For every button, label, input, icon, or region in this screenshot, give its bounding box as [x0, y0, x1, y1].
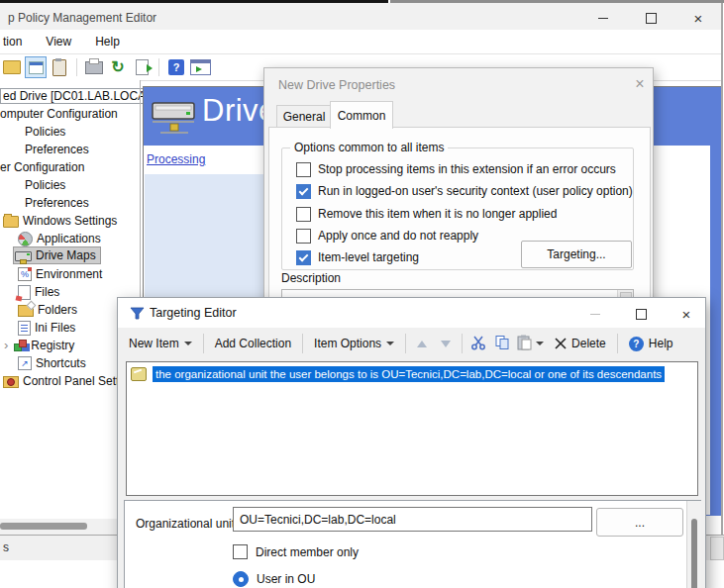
- selected-tree-item: Drive Maps: [13, 246, 101, 264]
- menu-bar: tion View Help: [0, 30, 721, 54]
- checkbox-label: Direct member only: [256, 545, 359, 559]
- tree-item-policies-user[interactable]: Policies: [25, 176, 65, 194]
- move-down-icon[interactable]: [441, 341, 451, 347]
- tree-item-label: Shortcuts: [36, 356, 86, 370]
- help-icon: ?: [629, 337, 644, 351]
- maximize-icon[interactable]: [627, 304, 655, 324]
- tree-item-shortcuts[interactable]: ↗ Shortcuts: [18, 354, 86, 372]
- paste-icon[interactable]: [516, 335, 534, 353]
- minimize-icon[interactable]: [581, 304, 609, 324]
- printer-icon[interactable]: [83, 56, 105, 78]
- tree-item-policies[interactable]: Policies: [25, 123, 65, 141]
- window-title: p Policy Management Editor: [8, 11, 156, 25]
- paste-dropdown-icon[interactable]: [536, 342, 544, 345]
- help-button[interactable]: ? Help: [622, 334, 680, 354]
- drive-maps-icon: [15, 251, 32, 261]
- gpme-titlebar: p Policy Management Editor ×: [0, 3, 721, 30]
- item-options-button[interactable]: Item Options: [307, 334, 401, 353]
- tree-item-preferences-user[interactable]: Preferences: [25, 194, 89, 212]
- filter-funnel-icon: [130, 306, 145, 325]
- menu-action[interactable]: tion: [0, 35, 34, 49]
- tree-item-applications[interactable]: Applications: [18, 230, 101, 247]
- menu-view[interactable]: View: [34, 35, 83, 49]
- ini-files-icon: [18, 321, 31, 336]
- chevron-right-icon[interactable]: ›: [4, 340, 8, 351]
- targeting-item-row[interactable]: the organizational unit the user belongs…: [131, 365, 665, 382]
- folder-icon: [3, 216, 19, 228]
- tab-general[interactable]: General: [276, 105, 332, 128]
- close-icon[interactable]: ×: [672, 304, 700, 324]
- new-item-button[interactable]: New Item: [122, 334, 199, 353]
- checkbox[interactable]: [296, 184, 311, 199]
- panel-vertical-scrollbar[interactable]: [686, 501, 701, 588]
- checkbox-row-item-level-targeting[interactable]: Item-level targeting: [296, 250, 419, 264]
- console-window-icon[interactable]: [25, 56, 47, 78]
- minimize-icon[interactable]: [590, 8, 616, 28]
- tree-item-root-gpo[interactable]: ed Drive [DC01.LAB.LOCA: [0, 87, 149, 105]
- import-icon[interactable]: [1, 56, 23, 78]
- tree-item-control-panel-settings[interactable]: Control Panel Sett: [3, 372, 119, 390]
- registry-icon: [14, 340, 27, 351]
- tree-item-label: Policies: [25, 178, 65, 192]
- checkbox-row-remove-item[interactable]: Remove this item when it is no longer ap…: [296, 207, 557, 221]
- tree-item-ini-files[interactable]: Ini Files: [18, 319, 75, 337]
- close-icon[interactable]: ×: [685, 8, 711, 28]
- checkbox[interactable]: [296, 250, 311, 265]
- cut-icon[interactable]: [470, 335, 486, 353]
- checkbox[interactable]: [296, 162, 311, 177]
- checkbox-label: Apply once and do not reapply: [318, 229, 478, 243]
- tree-item-user-configuration[interactable]: er Configuration: [0, 158, 84, 176]
- checkbox-row-stop-processing[interactable]: Stop processing items in this extension …: [296, 162, 616, 176]
- organizational-unit-input[interactable]: OU=Tecnici,DC=lab,DC=local: [233, 507, 592, 532]
- dialog-title: Targeting Editor: [150, 306, 237, 320]
- checkbox[interactable]: [233, 544, 248, 559]
- options-group-label: Options common to all items: [290, 141, 448, 154]
- clipboard-icon[interactable]: [49, 56, 70, 78]
- browse-button[interactable]: ...: [596, 508, 683, 537]
- tree-item-drive-maps[interactable]: Drive Maps: [13, 246, 101, 264]
- tree-item-registry[interactable]: › Registry: [4, 337, 74, 354]
- user-in-ou-row[interactable]: User in OU: [233, 571, 315, 587]
- new-window-icon[interactable]: [189, 56, 211, 78]
- status-bar-scroll-box: [710, 537, 724, 560]
- maximize-icon[interactable]: [638, 8, 664, 28]
- tree-item-windows-settings[interactable]: Windows Settings: [3, 212, 117, 230]
- files-icon: [18, 285, 31, 300]
- export-list-icon[interactable]: [131, 56, 153, 78]
- environment-icon: %: [18, 267, 32, 281]
- tree-item-label: Folders: [38, 303, 77, 317]
- tree-item-files[interactable]: Files: [18, 283, 59, 301]
- tree-item-preferences[interactable]: Preferences: [25, 141, 89, 158]
- checkbox-row-apply-once[interactable]: Apply once and do not reapply: [296, 229, 478, 243]
- tab-common[interactable]: Common: [330, 101, 393, 129]
- targeting-toolbar: New Item Add Collection Item Options: [122, 330, 701, 357]
- checkbox[interactable]: [296, 207, 311, 222]
- tree-item-label: Windows Settings: [23, 214, 117, 228]
- tree-scrollbar-thumb[interactable]: [0, 523, 87, 530]
- copy-icon[interactable]: [494, 335, 510, 353]
- tree-item-label: Files: [35, 285, 59, 299]
- menu-help[interactable]: Help: [83, 35, 132, 49]
- shortcuts-icon: ↗: [18, 356, 32, 370]
- processing-tab-link[interactable]: Processing: [147, 152, 205, 166]
- delete-button[interactable]: Delete: [548, 334, 613, 353]
- direct-member-only-row[interactable]: Direct member only: [233, 544, 359, 559]
- targeting-items-list[interactable]: the organizational unit the user belongs…: [126, 361, 698, 496]
- radio-button[interactable]: [233, 571, 249, 587]
- targeting-button[interactable]: Targeting...: [521, 241, 632, 268]
- close-icon[interactable]: ×: [629, 74, 651, 94]
- add-collection-button[interactable]: Add Collection: [208, 334, 298, 353]
- checkbox[interactable]: [296, 229, 311, 244]
- move-up-icon[interactable]: [417, 341, 427, 347]
- refresh-icon[interactable]: ↻: [107, 56, 129, 78]
- checkbox-row-run-security-context[interactable]: Run in logged-on user's security context…: [296, 184, 633, 198]
- tree-item-environment[interactable]: % Environment: [18, 265, 102, 283]
- targeting-titlebar: Targeting Editor ×: [118, 298, 705, 328]
- scrollbar-thumb[interactable]: [691, 519, 697, 588]
- help-icon[interactable]: ?: [165, 56, 187, 78]
- folders-icon: [18, 305, 34, 317]
- tree-item-label: Preferences: [25, 143, 89, 156]
- tree-item-computer-configuration[interactable]: omputer Configuration: [0, 105, 118, 123]
- organizational-unit-label: Organizational unit: [136, 517, 235, 531]
- tree-item-folders[interactable]: Folders: [18, 301, 77, 319]
